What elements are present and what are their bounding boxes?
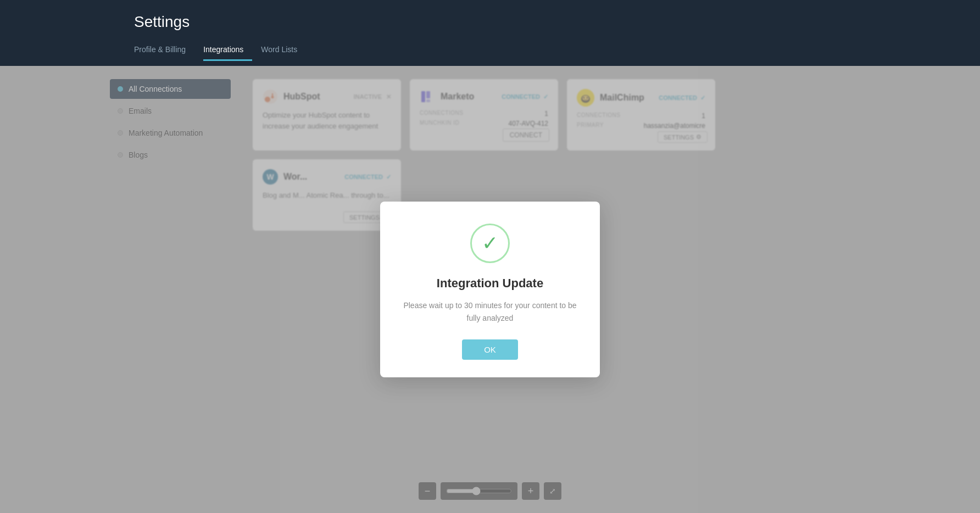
tab-integrations[interactable]: Integrations [203,41,252,61]
modal-success-circle: ✓ [470,224,510,263]
modal-title: Integration Update [437,276,543,291]
modal-check-icon: ✓ [482,233,498,253]
modal-ok-button[interactable]: OK [462,339,518,360]
header: Settings Profile & Billing Integrations … [0,0,980,66]
tab-word-lists[interactable]: Word Lists [261,41,306,61]
modal-overlay: ✓ Integration Update Please wait up to 3… [0,66,980,513]
modal-description: Please wait up to 30 minutes for your co… [398,299,582,324]
main-content: All Connections Emails Marketing Automat… [0,66,980,513]
page-title: Settings [134,13,980,31]
header-tabs: Profile & Billing Integrations Word List… [134,41,980,61]
tab-profile-billing[interactable]: Profile & Billing [134,41,194,61]
integration-update-modal: ✓ Integration Update Please wait up to 3… [380,202,600,377]
